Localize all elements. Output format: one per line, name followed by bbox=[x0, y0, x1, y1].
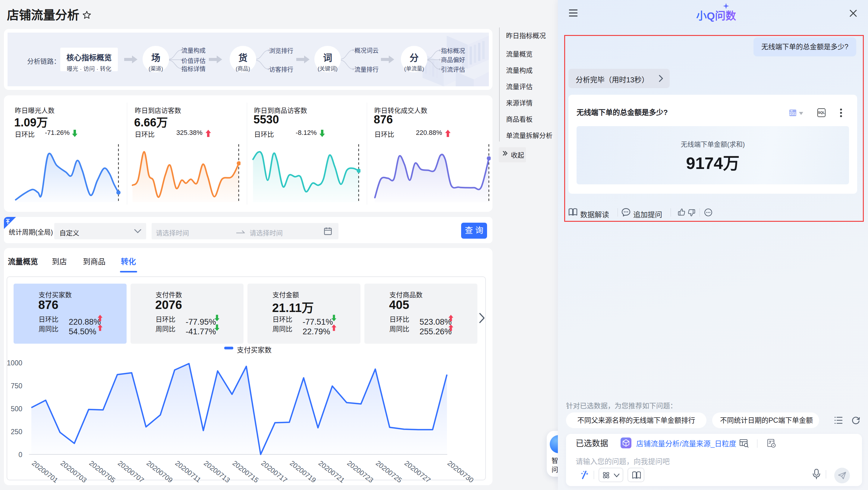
svg-text:20200713: 20200713 bbox=[203, 459, 232, 484]
svg-text:20200707: 20200707 bbox=[116, 459, 146, 484]
svg-text:500: 500 bbox=[11, 405, 22, 413]
svg-text:20200717: 20200717 bbox=[260, 459, 289, 484]
svg-text:0: 0 bbox=[19, 451, 22, 459]
svg-text:20200723: 20200723 bbox=[346, 459, 375, 484]
svg-text:250: 250 bbox=[11, 428, 22, 436]
svg-text:20200709: 20200709 bbox=[145, 459, 174, 484]
svg-text:20200701: 20200701 bbox=[30, 459, 60, 484]
svg-text:20200705: 20200705 bbox=[88, 459, 117, 484]
svg-text:20200727: 20200727 bbox=[403, 459, 432, 484]
svg-text:20200730: 20200730 bbox=[446, 459, 475, 484]
svg-text:20200719: 20200719 bbox=[288, 459, 318, 484]
svg-text:20200725: 20200725 bbox=[374, 459, 404, 484]
svg-text:20200715: 20200715 bbox=[231, 459, 260, 484]
svg-text:20200721: 20200721 bbox=[317, 459, 346, 484]
svg-text:750: 750 bbox=[11, 382, 22, 390]
svg-text:1000: 1000 bbox=[7, 359, 22, 367]
svg-text:20200711: 20200711 bbox=[174, 459, 202, 484]
svg-text:20200703: 20200703 bbox=[59, 459, 88, 484]
